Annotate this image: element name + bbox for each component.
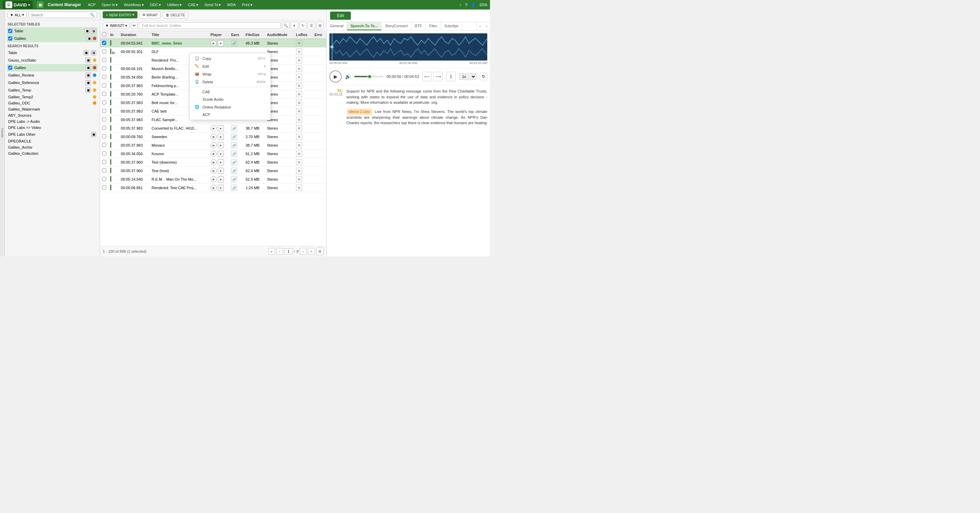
lores-copy-icon[interactable]: ⧉ [296,91,302,97]
row-ears[interactable]: 🔗 [229,175,243,184]
filter-all-button[interactable]: ▼ ALL ▾ [8,11,27,18]
row-select-checkbox[interactable] [102,143,106,147]
play-button[interactable]: ▶ [211,159,217,165]
facets-sidebar[interactable]: Facets [0,10,5,256]
table-icon-btn1[interactable]: ◼ [84,28,90,34]
table-row[interactable]: 00:05:34.056 Kosovo ▶ ■ 🔗 61.2 MB Stereo… [100,150,326,158]
row-title[interactable]: Test (downmix) [150,158,208,167]
row-lores[interactable]: ⧉ [294,124,312,133]
row-lores[interactable]: ⧉ [294,133,312,141]
sr-item-galileo-collection[interactable]: Galileo_Collection [7,150,98,156]
jump-back-button[interactable]: ⟵ [422,72,432,81]
search-execute-button[interactable]: 🔍 [282,22,290,29]
lores-copy-icon[interactable]: ⧉ [296,125,302,131]
row-title[interactable]: Sweeden [150,133,208,141]
list-view-button[interactable]: ☰ [308,22,315,29]
brand[interactable]: G DAViD ▾ [3,1,33,9]
lores-copy-icon[interactable]: ⧉ [296,142,302,148]
table-row[interactable]: 00:05:37.960 Test (downmix) ▶ ■ 🔗 62.4 M… [100,158,326,167]
page-input[interactable] [285,248,293,254]
row-lores[interactable]: ⧉ [294,184,312,192]
ears-icon[interactable]: 🔗 [231,168,237,174]
row-select-checkbox[interactable] [102,168,106,173]
row-lores[interactable]: ⧉ [294,90,312,98]
sr-item-dpe-video[interactable]: DPE Labs => Video [7,124,98,131]
sr-item-dpeoracle[interactable]: DPEORACLE [7,138,98,144]
lores-copy-icon[interactable]: ⧉ [296,66,302,72]
row-checkbox[interactable] [100,65,108,73]
row-checkbox[interactable] [100,150,108,158]
row-select-checkbox[interactable] [102,58,106,62]
row-player[interactable]: ▶ ■ [208,39,229,48]
sr-item-dpe-other[interactable]: DPE Labs Other ◼ [7,131,98,138]
stop-button[interactable]: ■ [218,168,224,174]
search-input[interactable] [31,13,90,17]
play-button[interactable]: ▶ [211,176,217,182]
galileo-icon-btn1[interactable]: ◼ [86,36,92,41]
sr-item-gauss[interactable]: Gauss_ncsStatic ◼ [7,56,98,64]
row-select-checkbox[interactable] [102,160,106,164]
row-player[interactable]: ▶ ■ [208,150,229,158]
sr-item-galileo-temp[interactable]: Galileo_Temp ◼ [7,86,98,94]
sr-item-galileo-archiv[interactable]: Galileo_Archiv [7,144,98,150]
row-lores[interactable]: ⧉ [294,150,312,158]
sr-item-aby[interactable]: ABY_Sources [7,112,98,118]
lores-copy-icon[interactable]: ⧉ [296,185,302,191]
header-erro[interactable]: Erro [312,31,326,39]
upload-icon[interactable]: ↑ [460,2,462,8]
ears-icon[interactable]: 🔗 [231,40,237,46]
delete-button[interactable]: 🗑 DELETE [163,11,188,18]
table-row[interactable]: 00:05:37.983 Converted to FLAC, 4410... … [100,124,326,133]
row-checkbox[interactable] [100,98,108,107]
play-button[interactable]: ▶ [211,168,217,174]
ears-icon[interactable]: 🔗 [231,142,237,148]
user-icon[interactable]: 👤 [471,2,476,8]
row-lores[interactable]: ⧉ [294,56,312,65]
row-ears[interactable]: 🔗 [229,133,243,141]
table-icon-btn2[interactable]: ◑ [91,28,96,34]
row-ears[interactable]: 🔗 [229,158,243,167]
stop-button[interactable]: ■ [218,159,224,165]
tab-subclips[interactable]: Subclips [441,22,462,30]
lores-copy-icon[interactable]: ⧉ [296,168,302,174]
row-lores[interactable]: ⧉ [294,107,312,116]
ears-icon[interactable]: 🔗 [231,176,237,182]
row-checkbox[interactable] [100,90,108,98]
row-checkbox[interactable] [100,184,108,192]
row-title[interactable]: Monaco [150,141,208,150]
sr-item-galileo-review[interactable]: Galileo_Review ◼ [7,71,98,79]
row-lores[interactable]: ⧉ [294,82,312,90]
row-select-checkbox[interactable] [102,186,106,189]
row-select-checkbox[interactable] [102,126,106,130]
lores-copy-icon[interactable]: ⧉ [296,151,302,157]
header-in[interactable]: In [108,31,119,39]
row-select-checkbox[interactable] [102,92,106,96]
row-checkbox[interactable] [100,107,108,116]
row-checkbox[interactable] [100,56,108,65]
row-lores[interactable]: ⧉ [294,116,312,124]
row-ears[interactable]: 🔗 [229,167,243,175]
page-last-button[interactable]: » [308,248,315,255]
tab-general[interactable]: General [327,22,347,30]
sr-item-galileo-odc[interactable]: Galileo_ODC [7,100,98,106]
volume-bar[interactable] [354,76,383,77]
sr-icon-galileo-review[interactable]: ◼ [86,73,91,78]
row-select-checkbox[interactable] [102,109,106,113]
menu-sendto[interactable]: Send To ▾ [202,2,224,8]
table-row[interactable]: 00:00:06.861 Rendered: Test CAE Proj... … [100,184,326,192]
lores-copy-icon[interactable]: ⧉ [296,117,302,123]
refresh-playback-button[interactable]: ↻ [480,73,487,80]
ctx-xcode[interactable]: Xcode Audio [189,95,270,103]
tab-speech-to-text[interactable]: Speech-To-Te... [347,22,382,30]
search-dropdown-button[interactable]: ▾ [291,22,298,29]
jump-forward-button[interactable]: ⟶ [433,72,443,81]
row-checkbox[interactable] [100,73,108,82]
sr-item-galileo-temp2[interactable]: Galileo_Temp2 [7,94,98,100]
tab-files[interactable]: Files [426,22,441,30]
stop-button[interactable]: ■ [218,134,224,140]
header-checkbox[interactable] [100,31,108,39]
header-ears[interactable]: Ears [229,31,243,39]
row-title[interactable]: Test (host) [150,167,208,175]
row-title[interactable]: Rendered: Test CAE Proj... [150,184,208,192]
row-select-checkbox[interactable] [102,151,106,156]
